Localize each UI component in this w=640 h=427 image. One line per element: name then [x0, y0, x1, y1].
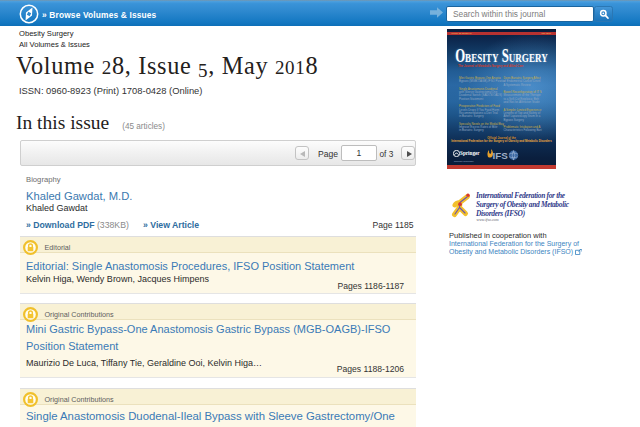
svg-text:IFS: IFS: [493, 150, 509, 161]
